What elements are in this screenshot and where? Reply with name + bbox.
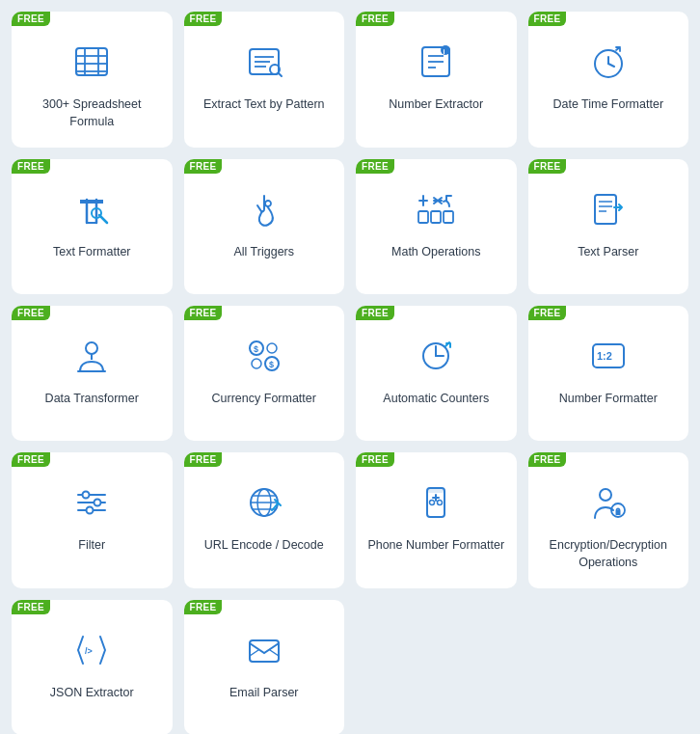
svg-line-11 [279, 73, 282, 76]
card-date-time-formatter[interactable]: FREE Date Time Formatter [528, 12, 689, 148]
card-currency-formatter[interactable]: FREE $ $ Currency Formatter [184, 306, 345, 441]
card-label: All Triggers [233, 244, 294, 261]
card-all-triggers[interactable]: FREE All Triggers [184, 159, 345, 294]
svg-point-51 [94, 500, 101, 506]
free-badge: FREE [356, 12, 394, 26]
card-url-encode-decode[interactable]: FREE URL Encode / Decode [184, 452, 345, 588]
card-encryption-decryption[interactable]: FREE Encryption/Decryption Operations [528, 452, 689, 588]
card-label: Automatic Counters [383, 391, 489, 408]
counters-icon [411, 331, 461, 381]
number-extractor-icon: i [411, 37, 461, 87]
svg-text:1:2: 1:2 [597, 350, 612, 362]
free-badge: FREE [12, 306, 50, 320]
empty-cell-1 [356, 600, 517, 734]
svg-text:i: i [444, 48, 445, 55]
card-extract-text-pattern[interactable]: FREE Extract Text by Pattern [184, 12, 345, 148]
card-label: Extract Text by Pattern [203, 96, 325, 114]
text-formatter-icon [67, 184, 117, 234]
url-icon [239, 477, 289, 528]
svg-rect-68 [250, 640, 279, 662]
svg-point-22 [265, 201, 271, 206]
datetime-icon [583, 37, 633, 87]
card-label: Currency Formatter [212, 391, 316, 408]
card-label: Date Time Formatter [552, 96, 663, 114]
free-badge: FREE [528, 452, 567, 467]
card-label: URL Encode / Decode [204, 537, 324, 555]
card-text-formatter[interactable]: FREE Text Formatter [12, 159, 173, 294]
card-label: JSON Extractor [50, 685, 134, 702]
svg-text:$: $ [269, 360, 274, 369]
card-label: Filter [78, 537, 105, 555]
extract-text-icon [239, 37, 289, 87]
phone-icon [411, 477, 461, 528]
card-number-extractor[interactable]: FREE i Number Extractor [356, 12, 517, 148]
card-label: 300+ Spreadsheet Formula [21, 96, 163, 130]
email-icon [239, 625, 289, 675]
card-email-parser[interactable]: FREE Email Parser [184, 600, 345, 734]
svg-point-42 [252, 359, 261, 368]
svg-rect-66 [615, 510, 620, 515]
svg-text:/>: /> [85, 646, 93, 656]
svg-rect-24 [431, 211, 441, 223]
free-badge: FREE [184, 452, 223, 467]
free-badge: FREE [528, 306, 567, 320]
free-badge: FREE [356, 452, 394, 467]
json-icon: /> [67, 625, 117, 675]
card-label: Data Transformer [45, 391, 139, 408]
svg-point-52 [87, 507, 94, 514]
card-text-parser[interactable]: FREE Text Parser [528, 159, 689, 294]
svg-point-35 [86, 342, 97, 354]
text-parser-icon [583, 184, 633, 234]
encryption-icon [583, 477, 633, 528]
triggers-icon [239, 184, 289, 234]
empty-cell-2 [528, 600, 689, 734]
spreadsheet-icon [67, 37, 117, 87]
card-label: Number Extractor [389, 96, 483, 114]
svg-point-64 [600, 489, 611, 501]
free-badge: FREE [356, 306, 394, 320]
free-badge: FREE [184, 306, 223, 320]
svg-point-43 [267, 343, 277, 353]
free-badge: FREE [12, 159, 50, 174]
svg-point-50 [83, 492, 90, 499]
free-badge: FREE [184, 159, 223, 174]
tools-grid: FREE 300+ Spreadsheet Formula FREE [12, 12, 688, 734]
data-transformer-icon [67, 331, 117, 381]
card-label: Phone Number Formatter [367, 537, 504, 555]
svg-rect-23 [418, 211, 428, 223]
free-badge: FREE [184, 600, 223, 614]
currency-icon: $ $ [239, 331, 289, 381]
free-badge: FREE [528, 159, 567, 174]
svg-line-20 [608, 64, 614, 67]
card-automatic-counters[interactable]: FREE Automatic Counters [356, 306, 517, 441]
svg-point-16 [441, 45, 450, 55]
card-label: Text Formatter [53, 244, 131, 261]
card-phone-number-formatter[interactable]: FREE Phone Number Formatter [356, 452, 517, 588]
card-filter[interactable]: FREE Filter [12, 452, 173, 588]
svg-rect-31 [595, 195, 616, 224]
svg-rect-25 [444, 211, 453, 223]
free-badge: FREE [184, 12, 223, 26]
svg-line-69 [250, 650, 258, 656]
card-label: Encryption/Decryption Operations [538, 537, 680, 571]
card-spreadsheet-formula[interactable]: FREE 300+ Spreadsheet Formula [12, 12, 173, 148]
filter-icon [67, 477, 117, 528]
svg-text:$: $ [254, 344, 258, 354]
card-math-operations[interactable]: FREE Math Operations [356, 159, 517, 294]
free-badge: FREE [12, 452, 50, 467]
free-badge: FREE [12, 12, 50, 26]
card-label: Number Formatter [559, 391, 658, 408]
svg-line-70 [270, 650, 279, 656]
card-label: Email Parser [229, 685, 299, 702]
number-formatter-icon: 1:2 [583, 331, 633, 381]
card-number-formatter[interactable]: FREE 1:2 Number Formatter [528, 306, 689, 441]
svg-rect-63 [427, 488, 444, 493]
free-badge: FREE [356, 159, 394, 174]
card-data-transformer[interactable]: FREE Data Transformer [12, 306, 173, 441]
math-icon [411, 184, 461, 234]
card-label: Math Operations [391, 244, 480, 261]
card-label: Text Parser [578, 244, 638, 261]
free-badge: FREE [12, 600, 50, 614]
card-json-extractor[interactable]: FREE /> JSON Extractor [12, 600, 173, 734]
free-badge: FREE [528, 12, 567, 26]
